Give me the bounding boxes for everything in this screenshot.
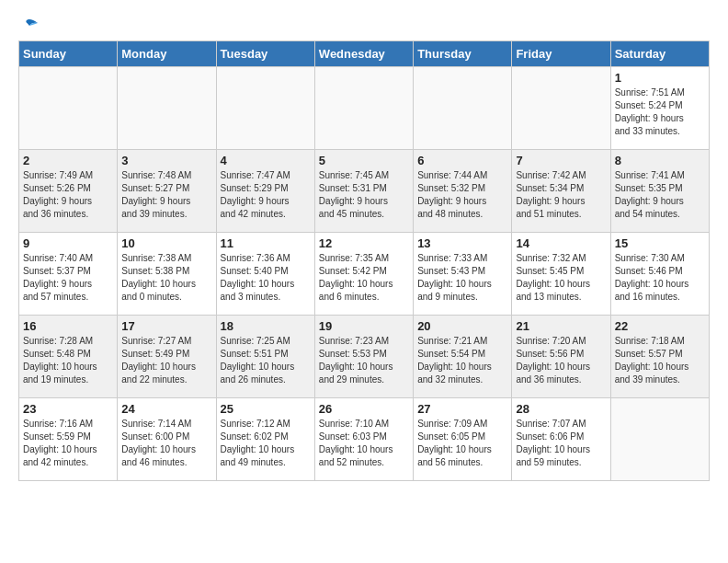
day-info: Sunrise: 7:36 AMSunset: 5:40 PMDaylight:… [221,252,311,304]
day-info: Sunrise: 7:09 AMSunset: 6:05 PMDaylight:… [417,418,507,469]
calendar-cell: 8Sunrise: 7:41 AMSunset: 5:35 PMDaylight… [610,150,709,233]
calendar-cell: 23Sunrise: 7:16 AMSunset: 5:59 PMDayligh… [19,398,118,481]
calendar-cell: 22Sunrise: 7:18 AMSunset: 5:57 PMDayligh… [610,316,709,398]
day-info: Sunrise: 7:28 AMSunset: 5:48 PMDaylight:… [23,335,113,386]
day-header-tuesday: Tuesday [216,41,314,67]
day-number: 28 [516,402,606,416]
day-info: Sunrise: 7:27 AMSunset: 5:49 PMDaylight:… [121,335,211,386]
day-info: Sunrise: 7:10 AMSunset: 6:03 PMDaylight:… [319,418,409,469]
calendar-cell: 9Sunrise: 7:40 AMSunset: 5:37 PMDaylight… [19,233,118,316]
day-info: Sunrise: 7:44 AMSunset: 5:32 PMDaylight:… [417,169,507,221]
day-number: 13 [417,236,507,250]
calendar-week-2: 2Sunrise: 7:49 AMSunset: 5:26 PMDaylight… [19,150,710,233]
calendar-cell: 3Sunrise: 7:48 AMSunset: 5:27 PMDaylight… [118,150,216,233]
day-number: 14 [516,236,606,250]
day-number: 27 [417,402,507,416]
day-number: 25 [221,402,311,416]
day-number: 2 [23,154,113,167]
calendar-cell [19,67,118,150]
day-info: Sunrise: 7:23 AMSunset: 5:53 PMDaylight:… [319,335,409,386]
calendar-header-row: SundayMondayTuesdayWednesdayThursdayFrid… [19,41,710,67]
day-info: Sunrise: 7:42 AMSunset: 5:34 PMDaylight:… [516,169,606,221]
day-number: 22 [615,319,705,333]
calendar-cell [216,67,314,150]
calendar-cell [118,67,216,150]
calendar-cell: 1Sunrise: 7:51 AMSunset: 5:24 PMDaylight… [610,67,709,150]
day-info: Sunrise: 7:25 AMSunset: 5:51 PMDaylight:… [221,335,311,386]
calendar-cell [610,398,709,481]
day-number: 10 [121,236,211,250]
day-info: Sunrise: 7:51 AMSunset: 5:24 PMDaylight:… [615,86,705,138]
logo-bird-icon [19,18,40,35]
calendar-week-5: 23Sunrise: 7:16 AMSunset: 5:59 PMDayligh… [19,398,710,481]
day-info: Sunrise: 7:49 AMSunset: 5:26 PMDaylight:… [23,169,113,221]
day-number: 9 [23,236,113,250]
calendar-cell: 10Sunrise: 7:38 AMSunset: 5:38 PMDayligh… [118,233,216,316]
calendar-cell [414,67,512,150]
day-info: Sunrise: 7:20 AMSunset: 5:56 PMDaylight:… [516,335,606,386]
calendar-table: SundayMondayTuesdayWednesdayThursdayFrid… [18,40,710,481]
day-info: Sunrise: 7:45 AMSunset: 5:31 PMDaylight:… [319,169,409,221]
day-number: 17 [121,319,211,333]
day-info: Sunrise: 7:07 AMSunset: 6:06 PMDaylight:… [516,418,606,469]
calendar-week-3: 9Sunrise: 7:40 AMSunset: 5:37 PMDaylight… [19,233,710,316]
calendar-cell: 7Sunrise: 7:42 AMSunset: 5:34 PMDaylight… [512,150,610,233]
calendar-cell: 15Sunrise: 7:30 AMSunset: 5:46 PMDayligh… [610,233,709,316]
calendar-cell: 17Sunrise: 7:27 AMSunset: 5:49 PMDayligh… [118,316,216,398]
calendar-cell: 14Sunrise: 7:32 AMSunset: 5:45 PMDayligh… [512,233,610,316]
day-info: Sunrise: 7:38 AMSunset: 5:38 PMDaylight:… [121,252,211,304]
day-header-monday: Monday [118,41,216,67]
day-info: Sunrise: 7:47 AMSunset: 5:29 PMDaylight:… [221,169,311,221]
day-info: Sunrise: 7:16 AMSunset: 5:59 PMDaylight:… [23,418,113,469]
day-number: 20 [417,319,507,333]
day-info: Sunrise: 7:32 AMSunset: 5:45 PMDaylight:… [516,252,606,304]
calendar-cell: 5Sunrise: 7:45 AMSunset: 5:31 PMDaylight… [314,150,413,233]
day-number: 23 [23,402,113,416]
calendar-cell: 2Sunrise: 7:49 AMSunset: 5:26 PMDaylight… [19,150,118,233]
day-number: 6 [417,154,507,167]
calendar-cell: 27Sunrise: 7:09 AMSunset: 6:05 PMDayligh… [414,398,512,481]
calendar-cell: 26Sunrise: 7:10 AMSunset: 6:03 PMDayligh… [314,398,413,481]
calendar-week-1: 1Sunrise: 7:51 AMSunset: 5:24 PMDaylight… [19,67,710,150]
day-info: Sunrise: 7:48 AMSunset: 5:27 PMDaylight:… [121,169,211,221]
day-number: 11 [221,236,311,250]
calendar-cell: 13Sunrise: 7:33 AMSunset: 5:43 PMDayligh… [414,233,512,316]
calendar-cell: 18Sunrise: 7:25 AMSunset: 5:51 PMDayligh… [216,316,314,398]
day-number: 7 [516,154,606,167]
day-info: Sunrise: 7:40 AMSunset: 5:37 PMDaylight:… [23,252,113,304]
day-number: 15 [615,236,705,250]
day-info: Sunrise: 7:12 AMSunset: 6:02 PMDaylight:… [221,418,311,469]
day-info: Sunrise: 7:33 AMSunset: 5:43 PMDaylight:… [417,252,507,304]
day-info: Sunrise: 7:18 AMSunset: 5:57 PMDaylight:… [615,335,705,386]
day-number: 3 [121,154,211,167]
calendar-cell: 4Sunrise: 7:47 AMSunset: 5:29 PMDaylight… [216,150,314,233]
calendar-cell: 24Sunrise: 7:14 AMSunset: 6:00 PMDayligh… [118,398,216,481]
day-header-saturday: Saturday [610,41,709,67]
day-info: Sunrise: 7:14 AMSunset: 6:00 PMDaylight:… [121,418,211,469]
page-header [18,18,710,31]
calendar-cell: 20Sunrise: 7:21 AMSunset: 5:54 PMDayligh… [414,316,512,398]
calendar-cell: 16Sunrise: 7:28 AMSunset: 5:48 PMDayligh… [19,316,118,398]
day-number: 21 [516,319,606,333]
calendar-cell: 11Sunrise: 7:36 AMSunset: 5:40 PMDayligh… [216,233,314,316]
calendar-cell: 28Sunrise: 7:07 AMSunset: 6:06 PMDayligh… [512,398,610,481]
day-header-thursday: Thursday [414,41,512,67]
day-info: Sunrise: 7:41 AMSunset: 5:35 PMDaylight:… [615,169,705,221]
day-info: Sunrise: 7:30 AMSunset: 5:46 PMDaylight:… [615,252,705,304]
day-number: 18 [221,319,311,333]
calendar-cell [314,67,413,150]
calendar-cell: 19Sunrise: 7:23 AMSunset: 5:53 PMDayligh… [314,316,413,398]
calendar-cell: 6Sunrise: 7:44 AMSunset: 5:32 PMDaylight… [414,150,512,233]
day-number: 4 [221,154,311,167]
logo [18,18,40,31]
calendar-cell: 25Sunrise: 7:12 AMSunset: 6:02 PMDayligh… [216,398,314,481]
day-number: 12 [319,236,409,250]
day-info: Sunrise: 7:35 AMSunset: 5:42 PMDaylight:… [319,252,409,304]
calendar-cell [512,67,610,150]
day-header-friday: Friday [512,41,610,67]
day-number: 1 [615,71,705,85]
calendar-week-4: 16Sunrise: 7:28 AMSunset: 5:48 PMDayligh… [19,316,710,398]
calendar-cell: 12Sunrise: 7:35 AMSunset: 5:42 PMDayligh… [314,233,413,316]
day-header-sunday: Sunday [19,41,118,67]
day-info: Sunrise: 7:21 AMSunset: 5:54 PMDaylight:… [417,335,507,386]
